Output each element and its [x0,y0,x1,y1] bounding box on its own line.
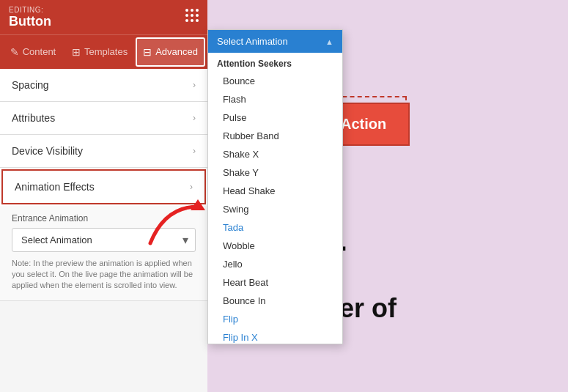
dropdown-item-rubber-band[interactable]: Rubber Band [208,127,342,145]
accordion-attributes: Attributes › [0,102,207,135]
dropdown-scroll-icon: ▲ [325,37,333,46]
attributes-chevron-icon: › [193,113,196,123]
accordion-device-visibility: Device Visibility › [0,135,207,168]
content-icon: ✎ [10,46,19,58]
spacing-chevron-icon: › [193,80,196,90]
dropdown-item-flash[interactable]: Flash [208,90,342,108]
accordion-spacing-header[interactable]: Spacing › [0,69,207,101]
device-visibility-chevron-icon: › [193,146,196,156]
device-visibility-label: Device Visibility [12,145,83,157]
animation-chevron-icon: › [190,182,193,192]
tab-content-label: Content [23,46,56,57]
accordion-spacing: Spacing › [0,69,207,102]
animation-dropdown[interactable]: Select Animation ▲ Attention Seekers Bou… [207,29,343,344]
accordion-device-visibility-header[interactable]: Device Visibility › [0,135,207,167]
dropdown-item-head-shake[interactable]: Head Shake [208,182,342,200]
dropdown-item-flip[interactable]: Flip [208,310,342,328]
grid-dots-icon[interactable] [185,9,199,22]
dropdown-item-bounce-in[interactable]: Bounce In [208,292,342,310]
tab-content[interactable]: ✎ Content [0,35,66,69]
dropdown-item-tada[interactable]: Tada [208,218,342,237]
tab-advanced[interactable]: ⊟ Advanced [136,37,205,67]
editing-label: EDITING: [9,6,51,14]
dropdown-item-wobble[interactable]: Wobble [208,237,342,255]
dropdown-item-shake-x[interactable]: Shake X [208,145,342,163]
tab-templates-label: Templates [84,46,128,57]
left-panel: EDITING: Button ✎ Content ⊞ Templates ⊟ … [0,0,207,392]
accordion-attributes-header[interactable]: Attributes › [0,102,207,134]
advanced-icon: ⊟ [143,46,152,58]
tab-advanced-label: Advanced [155,46,198,57]
dropdown-item-shake-y[interactable]: Shake Y [208,163,342,182]
dropdown-item-pulse[interactable]: Pulse [208,108,342,127]
select-animation-input[interactable]: Select Animation [12,228,196,252]
tab-templates[interactable]: ⊞ Templates [66,35,133,69]
dropdown-item-jello[interactable]: Jello [208,255,342,273]
animation-note: Note: In the preview the animation is ap… [0,252,207,292]
dropdown-item-flip-in-x[interactable]: Flip In X [208,328,342,344]
attributes-label: Attributes [12,112,55,124]
dropdown-item-swing[interactable]: Swing [208,200,342,218]
spacing-label: Spacing [12,79,49,91]
animation-section: Entrance Animation Select Animation ▾ No… [0,206,207,300]
editing-info: EDITING: Button [9,6,51,30]
tabs-row: ✎ Content ⊞ Templates ⊟ Advanced [0,34,207,69]
dropdown-item-bounce[interactable]: Bounce [208,72,342,90]
templates-icon: ⊞ [72,46,81,58]
dropdown-header: Select Animation ▲ [208,30,342,53]
entrance-animation-label: Entrance Animation [0,206,207,228]
dropdown-title: Select Animation [217,36,288,47]
editing-title: Button [9,14,51,30]
dropdown-group-attention-seekers: Attention Seekers [208,53,342,72]
dropdown-item-heart-beat[interactable]: Heart Beat [208,273,342,292]
animation-effects-label: Animation Effects [15,181,95,193]
accordion-animation-header[interactable]: Animation Effects › [1,169,206,204]
select-animation-wrapper: Select Animation ▾ [12,228,196,252]
accordion-animation-effects: Animation Effects › Entrance Animation S… [0,168,207,301]
editing-header: EDITING: Button [0,0,207,34]
